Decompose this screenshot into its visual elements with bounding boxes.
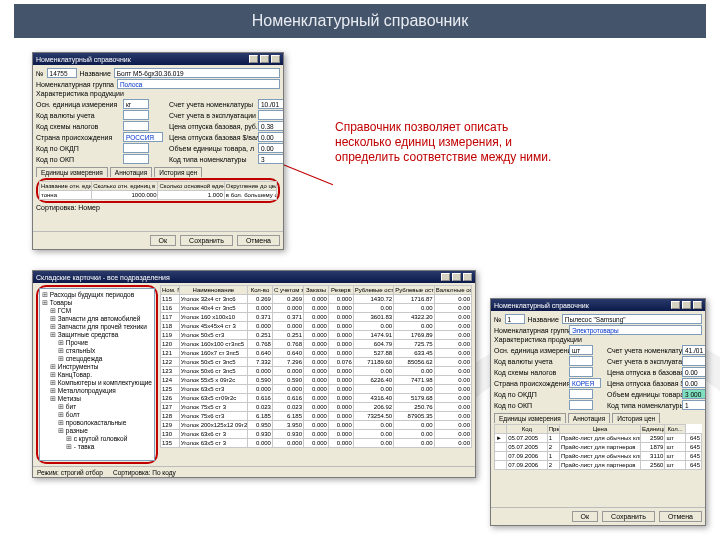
table-row[interactable]: 128Уголок 75х6 ст36.1856.1850.0000.00073…	[161, 412, 472, 421]
col-header[interactable]: Заказы	[304, 286, 329, 295]
tree-node[interactable]: ⊞ Запчасти для автомобилей	[42, 315, 152, 323]
col-header[interactable]: Кол...	[665, 425, 685, 434]
titlebar[interactable]: Складские карточки - все подразделения	[33, 271, 475, 283]
ok-button[interactable]: Ок	[572, 511, 599, 522]
table-row[interactable]: 126Уголок 63х5 ст09г2с0.6160.6160.0000.0…	[161, 394, 472, 403]
min-icon[interactable]	[671, 301, 680, 309]
close-icon[interactable]	[271, 55, 280, 63]
field-origin[interactable]: КОРЕЯ	[569, 378, 601, 388]
tree-node[interactable]: ⊞ спецодежда	[42, 355, 152, 363]
tree-node[interactable]: ⊞ стяльнЫх	[42, 347, 152, 355]
table-row[interactable]: 117Уголок 160 х100х100.3710.3710.0000.00…	[161, 313, 472, 322]
table-row[interactable]: 130Уголок 63х6 ст 30.9300.9300.0000.0000…	[161, 430, 472, 439]
col-header[interactable]: Наименование	[179, 286, 247, 295]
tree-node[interactable]: ⊞ КанцТовар.	[42, 371, 152, 379]
field-acc-expl[interactable]	[258, 110, 283, 120]
price-history-grid[interactable]: КодПрейскурантЦенаЕдиницаКол... ►05.07.2…	[494, 424, 702, 470]
table-row[interactable]: 123Уголок 50х6 ст 3пс50.0000.0000.0000.0…	[161, 367, 472, 376]
field-price-val[interactable]: 0.00	[682, 378, 705, 388]
tree-node[interactable]: ⊞ разные	[42, 427, 152, 435]
table-row[interactable]: 120Уголок 160х100 ст3пс50.7680.7680.0000…	[161, 340, 472, 349]
tree-node[interactable]: ⊞ Запчасти для прочей техники	[42, 323, 152, 331]
field-unit[interactable]: шт	[569, 345, 593, 355]
col-header[interactable]: Ном. №	[161, 286, 180, 295]
col-header[interactable]: С учетом заказов на отпуск	[272, 286, 303, 295]
table-row[interactable]: 125Уголок 63х5 ст30.0000.0000.0000.0000.…	[161, 385, 472, 394]
cancel-button[interactable]: Отмена	[237, 235, 280, 246]
tree-node[interactable]: ⊞ проволокастальные	[42, 419, 152, 427]
table-row[interactable]: 127Уголок 75х5 ст 30.0230.0230.0000.0002…	[161, 403, 472, 412]
close-icon[interactable]	[693, 301, 702, 309]
field-type[interactable]: 1	[682, 400, 705, 410]
tab-annot[interactable]: Аннотация	[110, 167, 152, 177]
titlebar[interactable]: Номенклатурный справочник	[33, 53, 283, 65]
tree-node[interactable]: ⊞ Метизы	[42, 395, 152, 403]
tree-node[interactable]: ⊞ Расходы будущих периодов	[42, 291, 152, 299]
field-name[interactable]: Болт М5-6gx30.36.019	[114, 68, 280, 78]
tree-node[interactable]: ⊞ Компьютеры и комплектующие	[42, 379, 152, 387]
field-tax[interactable]	[123, 121, 149, 131]
col-header[interactable]: Код	[507, 425, 548, 434]
tab-uom[interactable]: Единицы измерения	[494, 413, 566, 423]
tree-node[interactable]: ⊞ болт	[42, 411, 152, 419]
field-okdp[interactable]	[123, 143, 149, 153]
cancel-button[interactable]: Отмена	[659, 511, 702, 522]
col-header[interactable]	[495, 425, 507, 434]
category-tree[interactable]: ⊞ Расходы будущих периодов⊞ Товары⊞ ГСМ⊞…	[39, 288, 155, 461]
field-acc-expl[interactable]	[682, 356, 705, 366]
tree-node[interactable]: ⊞ - тавка	[42, 443, 152, 451]
ok-button[interactable]: Ок	[150, 235, 177, 246]
tab-hist[interactable]: История цен	[612, 413, 660, 423]
field-group[interactable]: Электротовары	[569, 325, 702, 335]
tree-node[interactable]: ⊞ бит	[42, 403, 152, 411]
table-row[interactable]: 121Уголок 160х7 ст 3пс50.6400.6400.0000.…	[161, 349, 472, 358]
field-origin[interactable]: РОССИЯ	[123, 132, 163, 142]
uom-row[interactable]: тонна1000.0001.000в бол. большему округл…	[40, 191, 277, 200]
tree-node[interactable]: ⊞ Инструменты	[42, 363, 152, 371]
tab-hist[interactable]: История цен	[154, 167, 202, 177]
tree-node[interactable]: ⊞ Защитные средства	[42, 331, 152, 339]
field-okdp[interactable]	[569, 389, 593, 399]
table-row[interactable]: 122Уголок 50х5 ст 3пс57.3327.2960.0000.0…	[161, 358, 472, 367]
field-okp[interactable]	[569, 400, 593, 410]
tree-node[interactable]: ⊞ ГСМ	[42, 307, 152, 315]
max-icon[interactable]	[682, 301, 691, 309]
tree-node[interactable]: ⊞ Металлопродукция	[42, 387, 152, 395]
field-okp[interactable]	[123, 154, 149, 164]
field-vol[interactable]: 0.00	[258, 143, 283, 153]
table-row[interactable]: 135Уголок 63х5 ст 30.0000.0000.0000.0000…	[161, 439, 472, 448]
field-vol[interactable]: 3 000	[682, 389, 705, 399]
uom-grid[interactable]: Название отн. единицы Сколько отн. едини…	[39, 181, 277, 200]
min-icon[interactable]	[249, 55, 258, 63]
field-group[interactable]: Полоса	[117, 79, 280, 89]
col-header[interactable]: Рублевые остатки +	[394, 286, 434, 295]
min-icon[interactable]	[441, 273, 450, 281]
close-icon[interactable]	[463, 273, 472, 281]
table-row[interactable]: 115Уголок 32х4 ст 3пс60.2690.2690.0000.0…	[161, 295, 472, 304]
table-row[interactable]: ►05.07.20051Прайс-лист для обычных клиен…	[495, 434, 702, 443]
table-row[interactable]: 119Уголок 50х5 ст30.2510.2510.0000.00014…	[161, 331, 472, 340]
field-price-rub[interactable]: 0.38	[258, 121, 283, 131]
titlebar[interactable]: Номенклатурный справочник	[491, 299, 705, 311]
max-icon[interactable]	[452, 273, 461, 281]
field-price-rub[interactable]: 0.00	[682, 367, 705, 377]
tab-uom[interactable]: Единицы измерения	[36, 167, 108, 177]
save-button[interactable]: Сохранить	[180, 235, 233, 246]
table-row[interactable]: 118Уголок 45х45х4 ст 30.0000.0000.0000.0…	[161, 322, 472, 331]
field-num[interactable]: 1	[505, 314, 525, 324]
field-unit[interactable]: кг	[123, 99, 149, 109]
field-acc-nom[interactable]: 10./01	[258, 99, 283, 109]
col-header[interactable]: Валютные остатки	[434, 286, 471, 295]
max-icon[interactable]	[260, 55, 269, 63]
field-acc-nom[interactable]: 41./01	[682, 345, 705, 355]
tab-annot[interactable]: Аннотация	[568, 413, 610, 423]
save-button[interactable]: Сохранить	[602, 511, 655, 522]
table-row[interactable]: 129Уголок 200х125х12 09г2с0.9503.9500.00…	[161, 421, 472, 430]
table-row[interactable]: 07.09.20061Прайс-лист для обычных клиент…	[495, 452, 702, 461]
col-header[interactable]: Прейскурант	[547, 425, 559, 434]
table-row[interactable]: 07.09.20062Прайс-лист для партнеров2560ш…	[495, 461, 702, 470]
field-price-val[interactable]: 0.00	[258, 132, 283, 142]
tree-node[interactable]: ⊞ Товары	[42, 299, 152, 307]
field-tax[interactable]	[569, 367, 593, 377]
field-curr[interactable]	[569, 356, 593, 366]
